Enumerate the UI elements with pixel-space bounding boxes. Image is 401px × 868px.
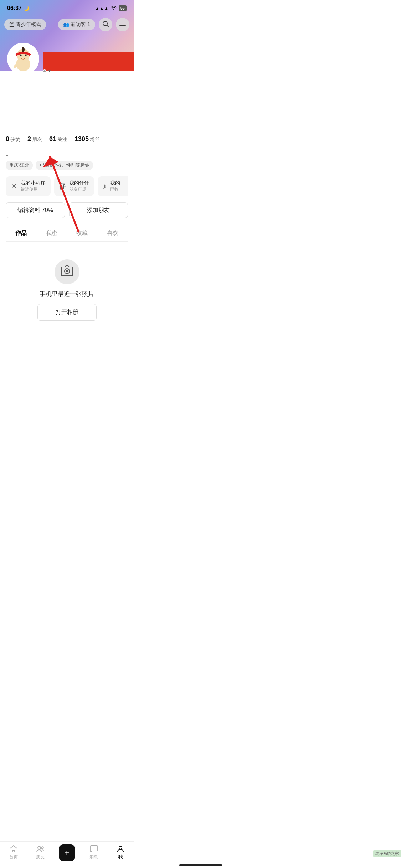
menu-icon bbox=[119, 21, 126, 28]
mini-programs-row: ✳ 我的小程序 最近使用 仔 我的仔仔 朋友广场 ♪ 我的 已收 bbox=[6, 176, 128, 196]
svg-point-4 bbox=[20, 55, 22, 56]
svg-line-8 bbox=[107, 25, 108, 27]
status-bar: 06:37 🌙 ▲▲▲ 56 bbox=[0, 0, 134, 14]
signal-icon: ▲▲▲ bbox=[95, 6, 109, 11]
tags-row: 重庆·江北 + 添加学校、性别等标签 bbox=[6, 161, 128, 170]
friends-count: 2 bbox=[27, 135, 31, 143]
chevron-down-icon: ▼ bbox=[48, 69, 51, 73]
empty-text: 手机里最近一张照片 bbox=[40, 290, 94, 298]
add-tag-button[interactable]: + 添加学校、性别等标签 bbox=[36, 161, 93, 170]
stat-likes: 0 获赞 bbox=[6, 135, 20, 143]
avatar[interactable] bbox=[7, 43, 39, 75]
add-friend-label: 添加朋友 bbox=[87, 207, 110, 213]
svg-point-7 bbox=[103, 21, 107, 26]
mini-program-card-2[interactable]: ♪ 我的 已收 bbox=[98, 176, 128, 196]
open-album-button[interactable]: 打开相册 bbox=[37, 304, 97, 321]
visitor-button[interactable]: 👥 新访客 1 bbox=[58, 19, 95, 30]
visitor-label: 新访客 1 bbox=[71, 21, 90, 28]
mini-icon-1: 仔 bbox=[59, 182, 66, 191]
bio-dot: 。 bbox=[6, 149, 128, 158]
action-buttons: 编辑资料 70% 添加朋友 bbox=[6, 202, 128, 218]
followers-label: 粉丝 bbox=[90, 136, 100, 143]
edit-profile-label: 编辑资料 70% bbox=[17, 207, 53, 213]
mini-icon-0: ✳ bbox=[11, 182, 17, 191]
wifi-icon bbox=[111, 6, 117, 11]
profile-content: 0 获赞 2 朋友 61 关注 1305 粉丝 。 重庆·江北 + 添加学校、性… bbox=[0, 125, 134, 339]
add-friend-button[interactable]: 添加朋友 bbox=[69, 202, 128, 218]
visitor-icon: 👥 bbox=[63, 22, 69, 27]
youth-mode-label: 青少年模式 bbox=[16, 21, 41, 28]
svg-point-5 bbox=[25, 55, 27, 56]
mini-program-card-1[interactable]: 仔 我的仔仔 朋友广场 bbox=[54, 176, 94, 196]
mini-icon-2: ♪ bbox=[103, 182, 107, 191]
empty-state: 手机里最近一张照片 打开相册 bbox=[6, 242, 128, 339]
tab-likes[interactable]: 喜欢 bbox=[97, 225, 128, 241]
mini-sub-0: 最近使用 bbox=[21, 186, 46, 192]
stat-following[interactable]: 61 关注 bbox=[49, 135, 67, 143]
mini-title-0: 我的小程序 bbox=[21, 180, 46, 186]
tab-private-label: 私密 bbox=[46, 230, 57, 236]
open-album-label: 打开相册 bbox=[56, 309, 78, 315]
photo-icon-circle bbox=[55, 259, 79, 284]
followers-count: 1305 bbox=[74, 135, 89, 143]
stats-row: 0 获赞 2 朋友 61 关注 1305 粉丝 bbox=[6, 135, 128, 143]
youth-mode-icon: ⛱ bbox=[9, 22, 14, 27]
menu-button[interactable] bbox=[116, 18, 129, 31]
avatar-wrap bbox=[7, 43, 39, 75]
likes-label: 获赞 bbox=[10, 136, 20, 143]
photo-icon bbox=[61, 265, 73, 279]
stat-friends[interactable]: 2 朋友 bbox=[27, 135, 42, 143]
red-banner bbox=[43, 52, 134, 71]
following-count: 61 bbox=[49, 135, 56, 143]
status-time: 06:37 bbox=[7, 5, 22, 11]
friends-label: 朋友 bbox=[32, 136, 42, 143]
tab-favorites[interactable]: 收藏 bbox=[67, 225, 98, 241]
tab-private[interactable]: 私密 bbox=[36, 225, 67, 241]
youth-mode-button[interactable]: ⛱ 青少年模式 bbox=[4, 19, 46, 30]
tab-likes-label: 喜欢 bbox=[107, 230, 118, 236]
mini-title-2: 我的 bbox=[110, 180, 120, 186]
tab-works[interactable]: 作品 bbox=[6, 225, 36, 241]
following-label: 关注 bbox=[57, 136, 67, 143]
battery-badge: 56 bbox=[119, 5, 127, 11]
stat-followers[interactable]: 1305 粉丝 bbox=[74, 135, 100, 143]
search-icon bbox=[102, 21, 109, 29]
likes-count: 0 bbox=[6, 135, 9, 143]
location-tag: 重庆·江北 bbox=[6, 161, 33, 170]
tab-favorites-label: 收藏 bbox=[76, 230, 88, 236]
svg-point-14 bbox=[66, 270, 68, 272]
online-indicator: ▼ bbox=[43, 69, 51, 73]
add-tag-label: + 添加学校、性别等标签 bbox=[39, 162, 89, 169]
mini-program-card-0[interactable]: ✳ 我的小程序 最近使用 bbox=[6, 176, 51, 196]
tab-works-label: 作品 bbox=[15, 230, 27, 236]
mini-sub-1: 朋友广场 bbox=[69, 186, 89, 192]
tabs-row: 作品 私密 收藏 喜欢 bbox=[6, 225, 128, 242]
mini-sub-2: 已收 bbox=[110, 186, 120, 192]
search-button[interactable] bbox=[99, 18, 112, 31]
edit-profile-button[interactable]: 编辑资料 70% bbox=[6, 202, 65, 218]
moon-icon: 🌙 bbox=[24, 6, 29, 11]
online-dot bbox=[43, 69, 46, 73]
mini-title-1: 我的仔仔 bbox=[69, 180, 89, 186]
